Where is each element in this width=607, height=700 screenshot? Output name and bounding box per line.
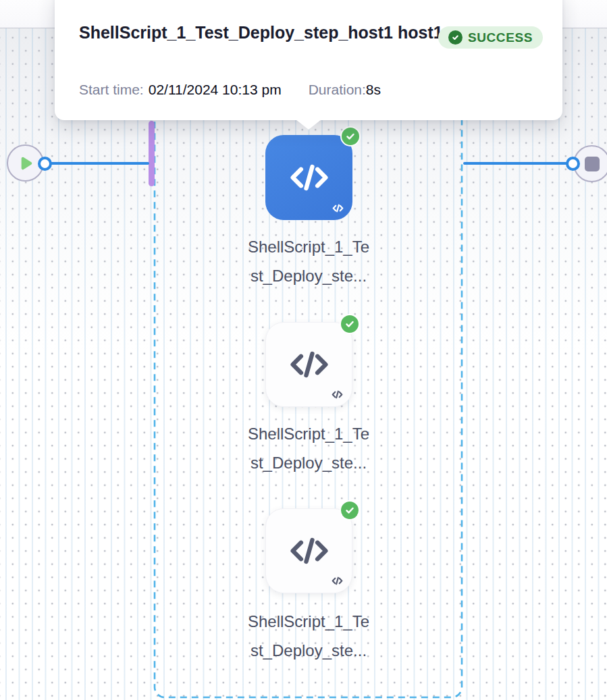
step-label-line2: st_Deploy_ste... xyxy=(217,261,400,290)
step-label-line2: st_Deploy_ste... xyxy=(217,636,400,665)
tooltip-step-title: ShellScript_1_Test_Deploy_step_host1 hos… xyxy=(79,18,443,48)
code-icon xyxy=(330,575,344,587)
pipeline-execution-canvas: ShellScript_1_Te st_Deploy_ste... ShellS… xyxy=(0,0,607,700)
duration-value: 8s xyxy=(366,82,381,98)
duration-label: Duration: xyxy=(309,82,366,98)
step-label: ShellScript_1_Te st_Deploy_ste... xyxy=(217,607,400,665)
tooltip-meta-row: Start time: 02/11/2024 10:13 pm Duration… xyxy=(79,82,381,98)
edge-start-to-stage xyxy=(50,162,149,165)
stop-icon xyxy=(585,157,600,171)
success-check-icon xyxy=(340,126,361,146)
code-icon xyxy=(288,343,331,386)
start-node-out-port xyxy=(38,157,52,171)
step-label-line1: ShellScript_1_Te xyxy=(217,419,400,448)
edge-stage-to-end xyxy=(463,162,573,165)
start-time-label: Start time: xyxy=(79,82,144,98)
status-badge-label: SUCCESS xyxy=(468,30,533,45)
code-icon xyxy=(288,156,331,199)
success-check-icon xyxy=(448,30,463,45)
step-label-line1: ShellScript_1_Te xyxy=(217,607,400,636)
end-node-in-port xyxy=(566,157,580,171)
success-check-icon xyxy=(340,314,360,334)
step-label-line1: ShellScript_1_Te xyxy=(217,232,400,261)
step-label-line2: st_Deploy_ste... xyxy=(217,448,400,477)
code-icon xyxy=(330,389,344,400)
selected-stage-indicator-bar xyxy=(149,121,155,186)
step-node-shellscript-1[interactable] xyxy=(265,135,352,220)
step-label: ShellScript_1_Te st_Deploy_ste... xyxy=(217,419,400,477)
start-time-value: 02/11/2024 10:13 pm xyxy=(149,82,282,98)
step-label: ShellScript_1_Te st_Deploy_ste... xyxy=(217,232,400,290)
play-icon xyxy=(16,153,36,173)
step-details-tooltip: ShellScript_1_Test_Deploy_step_host1 hos… xyxy=(55,0,562,120)
code-icon xyxy=(331,203,345,214)
step-node-shellscript-3[interactable] xyxy=(265,508,352,593)
step-node-shellscript-2[interactable] xyxy=(265,322,352,407)
status-badge: SUCCESS xyxy=(438,26,543,49)
tooltip-caret xyxy=(296,119,321,130)
code-icon xyxy=(288,529,331,572)
success-check-icon xyxy=(340,500,360,520)
